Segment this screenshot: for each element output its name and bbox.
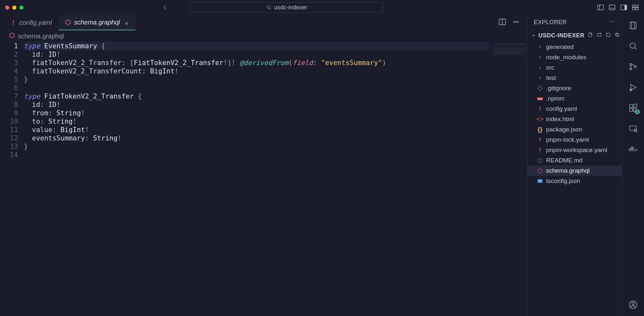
- code-line[interactable]: fiatTokenV2_2_Transfer: [FiatTokenV2_2_T…: [24, 59, 527, 67]
- svg-rect-50: [634, 104, 637, 107]
- code-line[interactable]: [24, 84, 527, 92]
- breadcrumb[interactable]: schema.graphql: [0, 30, 527, 42]
- folder-src[interactable]: src: [527, 62, 622, 73]
- minimap[interactable]: [493, 43, 525, 62]
- new-folder-icon[interactable]: [597, 32, 602, 39]
- tree-item-label: package.json: [546, 126, 582, 133]
- tree-item-label: schema.graphql: [546, 167, 590, 174]
- tree-item-label: node_modules: [546, 54, 586, 61]
- code-line[interactable]: [24, 151, 527, 159]
- code-body[interactable]: type EventsSummary { id: ID! fiatTokenV2…: [24, 42, 527, 316]
- collapse-all-icon[interactable]: [615, 32, 620, 39]
- source-control-activity-icon[interactable]: [628, 62, 638, 72]
- file--npmrc[interactable]: npm.npmrc: [527, 93, 622, 104]
- code-line[interactable]: type FiatTokenV2_2_Transfer {: [24, 92, 527, 101]
- command-center-search[interactable]: usdc-indexer: [190, 2, 384, 13]
- arrow-left-icon: [162, 4, 168, 11]
- folder-node_modules[interactable]: node_modules: [527, 52, 622, 62]
- tab-label: config.yaml: [19, 19, 52, 26]
- line-number: 9: [0, 109, 18, 117]
- run-debug-activity-icon[interactable]: [628, 82, 638, 92]
- accounts-activity-icon[interactable]: [628, 300, 638, 310]
- line-number: 13: [0, 142, 18, 151]
- svg-rect-6: [625, 5, 627, 10]
- nav-back-button[interactable]: [161, 4, 168, 11]
- layout-grid-icon[interactable]: [632, 4, 639, 11]
- line-number: 5: [0, 75, 18, 84]
- code-line[interactable]: id: ID!: [24, 50, 527, 59]
- panel-bottom-icon[interactable]: [609, 4, 616, 11]
- svg-rect-40: [630, 22, 635, 29]
- nav-forward-button[interactable]: [173, 4, 180, 11]
- info-icon: i: [537, 158, 543, 163]
- tree-item-label: .gitignore: [546, 85, 571, 92]
- code-line[interactable]: to: String!: [24, 117, 527, 126]
- code-editor[interactable]: 1234567891011121314 type EventsSummary {…: [0, 42, 527, 316]
- file-pnpm-workspace-yaml[interactable]: !pnpm-workspace.yaml: [527, 145, 622, 155]
- tree-item-label: pnpm-workspace.yaml: [546, 147, 607, 154]
- window-close-button[interactable]: [5, 5, 9, 10]
- arrow-right-icon: [173, 4, 180, 11]
- code-line[interactable]: }: [24, 142, 527, 151]
- svg-rect-51: [630, 126, 637, 130]
- split-editor-icon[interactable]: [499, 19, 506, 26]
- explorer-more-icon[interactable]: [609, 18, 615, 26]
- explorer-root-row[interactable]: USDC-INDEXER: [527, 30, 622, 41]
- code-line[interactable]: eventsSummary: String!: [24, 134, 527, 142]
- tab-config-yaml[interactable]: !config.yaml: [4, 15, 59, 30]
- explorer-header: EXPLORER: [527, 15, 622, 30]
- code-line[interactable]: type EventsSummary {: [24, 42, 527, 50]
- file--gitignore[interactable]: .gitignore: [527, 83, 622, 93]
- title-bar: usdc-indexer: [0, 0, 644, 15]
- svg-point-0: [267, 6, 270, 9]
- svg-point-14: [70, 23, 71, 24]
- refresh-icon[interactable]: [606, 32, 611, 39]
- svg-marker-39: [538, 168, 542, 173]
- file-pnpm-lock-yaml[interactable]: !pnpm-lock.yaml: [527, 135, 622, 145]
- code-line[interactable]: fiatTokenV2_2_TransferCount: BigInt!: [24, 67, 527, 75]
- panel-left-icon[interactable]: [597, 4, 604, 11]
- remote-activity-icon[interactable]: [628, 124, 638, 133]
- explorer-activity-icon[interactable]: [628, 21, 638, 30]
- chevron-right-icon: [537, 76, 543, 80]
- svg-point-20: [514, 22, 515, 23]
- svg-line-53: [636, 131, 637, 132]
- line-number: 2: [0, 50, 18, 59]
- new-file-icon[interactable]: [588, 32, 593, 39]
- folder-generated[interactable]: generated: [527, 42, 622, 52]
- npm-icon: npm: [537, 97, 543, 100]
- svg-point-30: [610, 21, 611, 22]
- title-nav: [161, 4, 180, 11]
- svg-rect-41: [631, 22, 636, 29]
- search-activity-icon[interactable]: [628, 41, 638, 51]
- close-icon[interactable]: [124, 20, 129, 24]
- window-maximize-button[interactable]: [19, 5, 24, 10]
- docker-activity-icon[interactable]: [628, 144, 638, 154]
- yaml-icon: !: [537, 147, 543, 154]
- code-line[interactable]: value: BigInt!: [24, 126, 527, 134]
- file-tsconfig-json[interactable]: TStsconfig.json: [527, 176, 622, 186]
- code-line[interactable]: from: String!: [24, 109, 527, 117]
- tree-item-label: README.md: [546, 157, 582, 164]
- file-index-html[interactable]: <>index.html: [527, 114, 622, 124]
- file-package-json[interactable]: {}package.json: [527, 124, 622, 135]
- file-README-md[interactable]: iREADME.md: [527, 155, 622, 166]
- extensions-activity-icon[interactable]: 4: [628, 103, 638, 113]
- editor-more-icon[interactable]: [512, 19, 519, 26]
- extensions-update-badge: 4: [635, 110, 640, 114]
- svg-marker-11: [66, 20, 70, 25]
- yaml-icon: !: [537, 105, 543, 112]
- chevron-right-icon: [537, 65, 543, 70]
- tab-schema-graphql[interactable]: schema.graphql: [59, 15, 136, 30]
- code-line[interactable]: id: ID!: [24, 101, 527, 109]
- svg-point-25: [14, 34, 14, 34]
- window-minimize-button[interactable]: [12, 5, 16, 10]
- chevron-down-icon: [531, 33, 536, 38]
- file-schema-graphql[interactable]: schema.graphql: [527, 166, 622, 176]
- folder-test[interactable]: test: [527, 73, 622, 83]
- code-line[interactable]: }: [24, 75, 527, 84]
- panel-right-icon[interactable]: [620, 4, 627, 11]
- svg-rect-47: [630, 105, 633, 108]
- file-config-yaml[interactable]: !config.yaml: [527, 104, 622, 114]
- svg-point-32: [614, 21, 615, 22]
